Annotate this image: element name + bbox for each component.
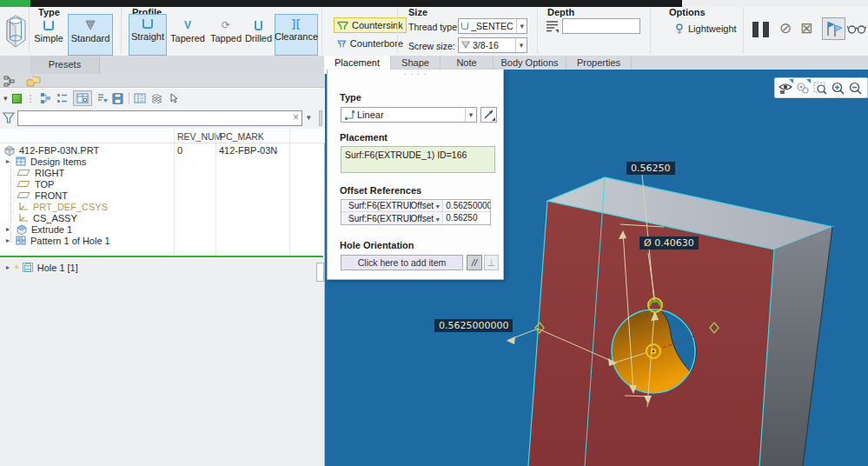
tab-body-options-label: Body Options	[500, 57, 558, 68]
active-model-cube-icon[interactable]	[12, 94, 22, 103]
tapered-profile-button[interactable]: V Tapered	[169, 16, 207, 56]
zoom-in-icon	[832, 82, 845, 95]
model-tree-tab-icon[interactable]	[3, 76, 15, 87]
lightweight-toggle[interactable]: Lightweight	[671, 21, 740, 37]
screw-size-icon	[461, 41, 470, 50]
zoom-in-button[interactable]	[829, 78, 846, 97]
no-preview-button[interactable]: ⊘	[779, 19, 792, 37]
pending-item-label: Hole 1 [1]	[37, 263, 78, 273]
screw-size-select[interactable]: 3/8-16 ▾	[458, 37, 527, 53]
pause-button[interactable]	[752, 22, 769, 37]
tree-row-extrude[interactable]: ▸ Extrude 1	[0, 223, 174, 235]
tab-note[interactable]: Note	[441, 56, 494, 70]
dimension-vertical-value[interactable]: 0.56250	[626, 162, 675, 175]
expand-arrow-icon[interactable]: ▸	[3, 157, 12, 165]
panel-drag-handle[interactable]: · · · ·	[328, 70, 503, 80]
depth-value-field[interactable]	[562, 18, 640, 34]
chevron-down-icon: ▾	[436, 203, 440, 210]
chevron-down-icon: ▾	[436, 216, 440, 223]
simple-hole-icon	[43, 21, 54, 30]
tree-row-cs-assy[interactable]: CS_ASSY	[0, 212, 174, 223]
orientation-add-item-collector[interactable]: Click here to add item	[341, 255, 463, 270]
select-tree-item-icon[interactable]	[168, 93, 179, 104]
column-header-pc-mark[interactable]: PC_MARK	[220, 131, 264, 142]
ribbon-divider	[537, 7, 538, 54]
titlebar-accent-green	[0, 0, 30, 7]
filter-tree-icon[interactable]	[96, 93, 108, 104]
search-splitter-handle[interactable]	[319, 110, 322, 126]
folder-browser-tab-icon[interactable]	[26, 76, 42, 87]
tree-row-front-plane[interactable]: FRONT	[0, 190, 174, 201]
offset-value-field[interactable]: 0.562500000	[442, 200, 490, 211]
placement-reference-collector[interactable]: Surf:F6(EXTRUDE_1) ID=166	[341, 146, 495, 173]
display-style-button[interactable]	[794, 78, 812, 97]
tab-properties[interactable]: Properties	[567, 56, 632, 70]
drilled-profile-icon	[255, 21, 262, 30]
straight-profile-button[interactable]: Straight	[129, 14, 167, 56]
clear-filter-icon[interactable]: ×	[293, 111, 299, 123]
clearance-profile-button[interactable]: ][ Clearance	[275, 14, 318, 56]
tree-row-pending-hole[interactable]: ▸ ✳ Hole 1 [1]	[0, 261, 323, 274]
chevron-down-icon[interactable]: ▾	[465, 108, 476, 122]
verify-button[interactable]	[847, 23, 866, 35]
expand-arrow-icon[interactable]: ▸	[3, 236, 12, 244]
attached-preview-button[interactable]	[822, 17, 845, 40]
offset-reference-row[interactable]: Surf:F6(EXTRUD Offset ▾ 0.56250	[341, 212, 490, 224]
standard-hole-button[interactable]: Standard	[68, 14, 113, 56]
save-tree-icon[interactable]	[112, 93, 124, 104]
zoom-out-button[interactable]	[846, 78, 864, 97]
depth-type-icon[interactable]	[546, 19, 560, 33]
expand-arrow-icon[interactable]: ▸	[3, 263, 12, 271]
filter-dropdown-icon[interactable]: ▾	[307, 113, 311, 122]
expand-arrow-icon[interactable]: ▸	[3, 225, 12, 233]
orientation-perpendicular-button[interactable]: ⊥	[484, 255, 499, 270]
offset-value-field[interactable]: 0.56250	[442, 212, 490, 224]
offset-references-section-label: Offset References	[340, 185, 421, 196]
chevron-down-icon[interactable]: ▾	[3, 94, 8, 103]
flip-direction-icon	[481, 108, 496, 122]
tree-columns-toggle-button[interactable]	[73, 90, 92, 106]
tapped-profile-button[interactable]: ⟳ Tapped	[209, 16, 242, 56]
thread-type-select[interactable]: _SENTECH ▾	[458, 18, 527, 34]
dimension-horizontal-value[interactable]: 0.5625000000	[434, 319, 513, 332]
more-dots-icon[interactable]: ⋮	[26, 93, 36, 104]
tree-filter-input[interactable]	[17, 110, 302, 126]
offset-reference-row[interactable]: Surf:F6(EXTRUD Offset ▾ 0.562500000	[341, 200, 490, 212]
standard-hole-icon	[84, 19, 96, 30]
display-filters-button[interactable]	[777, 78, 794, 97]
counterbore-button[interactable]: Counterbore	[334, 36, 407, 51]
offset-mode-select[interactable]: Offset ▾	[411, 201, 443, 210]
tree-header-row: REV_NUM PC_MARK	[0, 129, 325, 143]
tree-row-part[interactable]: 412-FBP-03N.PRT 0 412-FBP-03N	[0, 144, 325, 156]
unattached-preview-button[interactable]: ⊠	[800, 19, 812, 37]
tree-row-prt-def-csys[interactable]: PRT_DEF_CSYS	[0, 201, 174, 212]
placement-type-select[interactable]: Linear ▾	[341, 107, 477, 123]
countersink-button[interactable]: Countersink	[334, 17, 407, 33]
offset-mode-select[interactable]: Offset ▾	[411, 214, 443, 223]
collapse-tree-icon[interactable]	[56, 92, 69, 104]
flip-direction-button[interactable]	[480, 107, 497, 123]
presets-tab[interactable]: Presets	[30, 56, 100, 74]
layers-icon[interactable]	[150, 93, 163, 103]
tree-tab-row	[0, 74, 325, 88]
tree-row-right-plane[interactable]: RIGHT	[0, 167, 174, 178]
drilled-profile-button[interactable]: Drilled	[243, 16, 274, 56]
tree-row-top-plane[interactable]: TOP	[0, 178, 174, 190]
show-columns-icon[interactable]	[134, 93, 146, 103]
tab-body-options[interactable]: Body Options	[494, 56, 567, 70]
filter-funnel-icon[interactable]	[3, 112, 15, 124]
dimension-diameter-value[interactable]: Ø 0.40630	[639, 236, 699, 250]
tab-shape[interactable]: Shape	[391, 56, 441, 70]
simple-hole-button[interactable]: Simple	[31, 16, 66, 56]
tree-item-label: TOP	[35, 179, 54, 190]
drilled-profile-label: Drilled	[245, 33, 272, 43]
tree-row-design-items[interactable]: ▸ Design Items	[0, 156, 174, 167]
chevron-down-icon[interactable]: ▾	[516, 19, 527, 33]
orientation-parallel-button[interactable]: //	[467, 255, 482, 270]
expand-tree-icon[interactable]	[40, 92, 52, 104]
chevron-down-icon[interactable]: ▾	[515, 38, 527, 52]
tree-row-pattern[interactable]: ▸ Pattern 1 of Hole 1	[0, 235, 174, 246]
offset-references-table[interactable]: Surf:F6(EXTRUD Offset ▾ 0.562500000 Surf…	[341, 199, 491, 225]
extrude-icon	[16, 224, 27, 235]
zoom-region-button[interactable]	[812, 78, 829, 97]
